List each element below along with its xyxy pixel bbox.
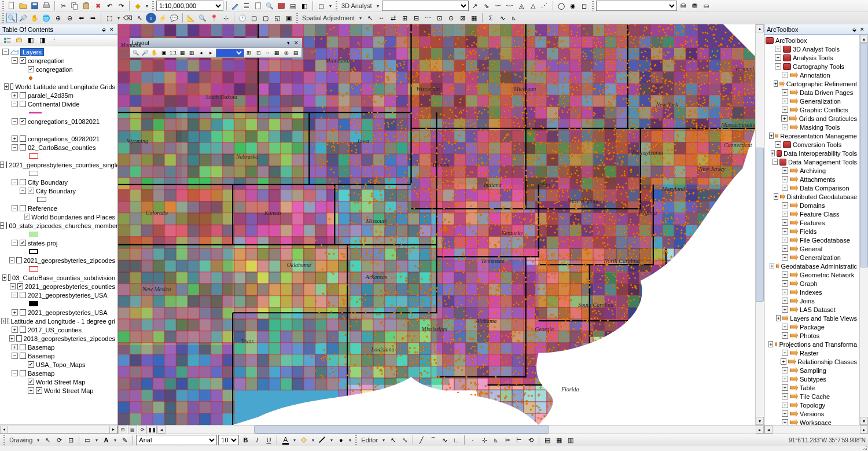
atb-vscroll-thumb[interactable]: [860, 43, 868, 267]
expander-icon[interactable]: +: [1, 318, 5, 324]
toolset-item[interactable]: +Tile Cache: [764, 392, 859, 401]
edit-vertices-button[interactable]: ✎: [119, 435, 130, 445]
visibility-checkbox[interactable]: [36, 387, 42, 394]
search-button[interactable]: 🔍: [264, 1, 275, 11]
profile1-button[interactable]: 〰: [493, 1, 503, 11]
toolset-item[interactable]: +Distributed Geodatabase: [764, 192, 859, 201]
select-elements-button[interactable]: ↖: [134, 13, 145, 23]
delete-button[interactable]: ✖: [93, 1, 103, 11]
cut-poly[interactable]: ✂: [502, 435, 513, 445]
expander-icon[interactable]: −: [12, 370, 18, 376]
sa-tool13[interactable]: ⊾: [509, 13, 519, 23]
expander-icon[interactable]: −: [12, 57, 18, 64]
toolset-item[interactable]: +Geodatabase Administratic: [764, 262, 859, 270]
zoom-out-button[interactable]: 🔎: [18, 13, 28, 23]
toolset-item[interactable]: +Feature Class: [764, 210, 859, 218]
visibility-checkbox[interactable]: [10, 83, 13, 90]
expander-icon[interactable]: +: [782, 376, 788, 382]
window4-button[interactable]: ▣: [284, 13, 294, 23]
map-scroll-right[interactable]: ▸: [756, 426, 764, 434]
expander-icon[interactable]: +: [782, 202, 788, 208]
time-slider-button[interactable]: 🕐: [237, 13, 248, 23]
layer-button[interactable]: ▢: [316, 1, 326, 11]
toolset-item[interactable]: +Representation Manageme: [764, 131, 859, 140]
layout-tb-menu[interactable]: ▾: [285, 39, 292, 46]
layer-item[interactable]: +Basemap: [0, 343, 117, 351]
toolset-item[interactable]: +Graph: [764, 279, 859, 288]
toolset-item[interactable]: +Graphic Conflicts: [764, 105, 859, 114]
expander-icon[interactable]: +: [9, 335, 14, 342]
sketch-props[interactable]: ▦: [554, 435, 564, 445]
toc-button[interactable]: ☰: [241, 1, 252, 11]
lt-guides[interactable]: ▦: [273, 49, 281, 57]
find-button[interactable]: 🔍: [197, 13, 208, 23]
visibility-checkbox[interactable]: [20, 144, 26, 151]
edit-vert[interactable]: ⊹: [479, 435, 490, 445]
extra-combobox[interactable]: [596, 1, 677, 11]
expander-icon[interactable]: +: [782, 393, 788, 399]
layer-item[interactable]: −City Boundary: [0, 178, 117, 186]
scroll-right-button[interactable]: ▸: [109, 426, 117, 434]
stack-button[interactable]: ⛁: [678, 1, 689, 11]
map-scroll-left[interactable]: ◂: [157, 426, 165, 434]
expander-icon[interactable]: −: [12, 101, 18, 107]
arctoolbox-close-button[interactable]: ✕: [859, 26, 866, 33]
expander-icon[interactable]: +: [782, 272, 788, 278]
expander-icon[interactable]: +: [782, 280, 788, 287]
square-button[interactable]: ◻: [579, 1, 590, 11]
expander-icon[interactable]: +: [775, 46, 781, 52]
expander-icon[interactable]: +: [12, 92, 18, 98]
expander-icon[interactable]: −: [12, 144, 18, 151]
expander-icon[interactable]: +: [782, 72, 788, 78]
contour-button[interactable]: ↗: [470, 1, 480, 11]
expander-icon[interactable]: +: [782, 124, 788, 130]
visibility-checkbox[interactable]: [6, 162, 7, 168]
toolbox-item[interactable]: +Conversion Tools: [764, 140, 859, 149]
grip-icon[interactable]: [355, 435, 357, 445]
italic-button[interactable]: I: [252, 435, 262, 445]
expander-icon[interactable]: +: [782, 332, 788, 339]
visibility-checkbox[interactable]: [20, 118, 26, 124]
toolset-item[interactable]: +Masking Tools: [764, 123, 859, 131]
layer-item[interactable]: USA_Topo_Maps: [0, 360, 117, 369]
visibility-checkbox[interactable]: [28, 66, 34, 72]
bold-button[interactable]: B: [240, 435, 251, 445]
marker-color-button[interactable]: ●: [336, 435, 346, 445]
toolset-item[interactable]: +General: [764, 244, 859, 253]
expander-icon[interactable]: −: [12, 240, 18, 246]
line-color-button[interactable]: [317, 435, 328, 445]
arctoolbox-pin-button[interactable]: ⬙: [851, 26, 858, 33]
visibility-checkbox[interactable]: [20, 57, 26, 64]
expander-icon[interactable]: −: [773, 159, 778, 165]
layer-item[interactable]: World Boundaries and Places: [0, 212, 117, 221]
rotate-button[interactable]: ⟳: [54, 435, 64, 445]
expander-icon[interactable]: −: [12, 179, 18, 185]
expander-icon[interactable]: −: [775, 63, 781, 69]
window1-button[interactable]: ▢: [249, 13, 259, 23]
lt-whole[interactable]: ▣: [160, 49, 168, 57]
visibility-checkbox[interactable]: [28, 188, 34, 194]
visibility-checkbox[interactable]: [20, 135, 26, 142]
expander-icon[interactable]: +: [782, 367, 788, 373]
scroll-left-button[interactable]: ◂: [0, 426, 8, 434]
expander-icon[interactable]: −: [12, 292, 18, 298]
rotate-edit[interactable]: ⟲: [525, 435, 536, 445]
toolset-item[interactable]: +Generalization: [764, 253, 859, 262]
3d-layer-combobox[interactable]: [382, 1, 469, 11]
toolbox-item[interactable]: +3D Analyst Tools: [764, 45, 859, 53]
toc-hscroll[interactable]: ◂ ▸: [0, 424, 117, 434]
sa-tool3[interactable]: ⇄: [388, 13, 398, 23]
layer-item[interactable]: +Latitude and Longitude - 1 degree gri: [0, 317, 117, 325]
expander-icon[interactable]: +: [775, 54, 781, 61]
expander-icon[interactable]: −: [12, 118, 18, 124]
layer-item[interactable]: World Street Map: [0, 377, 117, 386]
toolset-item[interactable]: +Data Driven Pages: [764, 88, 859, 97]
point-tool[interactable]: ·: [468, 435, 478, 445]
reshape[interactable]: ⊾: [491, 435, 501, 445]
toolset-item[interactable]: +LAS Dataset: [764, 305, 859, 314]
sa-tool12[interactable]: ∿: [497, 13, 507, 23]
expander-icon[interactable]: +: [12, 135, 18, 142]
visibility-checkbox[interactable]: [17, 283, 23, 289]
atb-vscroll[interactable]: ▴ ▾: [859, 35, 868, 425]
layer-item[interactable]: +paralel_42d35m: [0, 91, 117, 100]
